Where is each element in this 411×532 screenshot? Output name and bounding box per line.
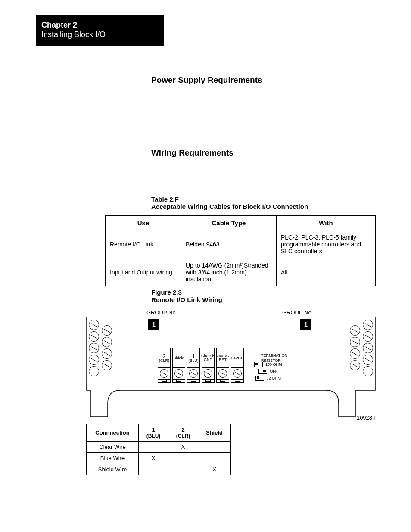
- page: Chapter 2 Installing Block I/O Power Sup…: [0, 0, 411, 532]
- cell-c1: X: [139, 453, 168, 464]
- screw-terminal-icon: [174, 369, 183, 378]
- header-2: 2: [173, 426, 193, 433]
- figure-2-3-caption-number: Figure 2.3: [151, 289, 182, 296]
- connector-2-clr: 2(CLR): [158, 348, 171, 383]
- cell-with: All: [277, 258, 376, 286]
- table-2f-caption-number: Table 2.F: [151, 196, 179, 203]
- cell-cable: Up to 14AWG (2mm²)Stranded with 3/64 inc…: [181, 258, 277, 286]
- screw-terminal-icon: [102, 348, 112, 359]
- connector-label-bottom: RET: [219, 358, 227, 362]
- terminal-hole-icon: [89, 366, 99, 376]
- terminal-block-left: [89, 320, 112, 376]
- cell-shield: [198, 442, 231, 453]
- group-label-right: GROUP No.: [282, 309, 313, 316]
- dip-switch-icon: [258, 369, 267, 374]
- group-label-left: GROUP No.: [146, 309, 177, 316]
- chapter-header: Chapter 2 Installing Block I/O: [36, 15, 164, 46]
- connector-1-blu: 1(BLU): [187, 348, 200, 383]
- connector-label-top: Shield: [173, 356, 184, 360]
- table-2f: Use Cable Type With Remote I/O Link Beld…: [105, 215, 376, 286]
- screw-terminal-icon: [102, 325, 112, 336]
- cell-c1: [139, 464, 168, 475]
- screw-terminal-icon: [89, 355, 99, 365]
- cell-label: Blue Wire: [87, 453, 139, 464]
- section-heading-power: Power Supply Requirements: [151, 75, 262, 85]
- table-2f-caption-title: Acceptable Wiring Cables for Block I/O C…: [151, 203, 308, 211]
- screw-terminal-icon: [363, 343, 373, 353]
- screw-terminal-icon: [350, 337, 360, 347]
- screw-terminal-icon: [102, 337, 112, 347]
- screw-terminal-icon: [189, 369, 198, 378]
- screw-terminal-icon: [160, 369, 168, 378]
- conn-table-header-connection: Connnection: [87, 424, 139, 442]
- group-number-right: 1: [300, 319, 311, 330]
- group-number-left: 1: [148, 319, 159, 330]
- table-row: Clear Wire X: [87, 442, 231, 453]
- cell-c1: [139, 442, 168, 453]
- connector-shield: Shield: [172, 348, 185, 383]
- cell-c2: [168, 464, 198, 475]
- screw-terminal-icon: [350, 325, 360, 336]
- screw-terminal-icon: [363, 320, 373, 330]
- cell-cable: Belden 9463: [181, 230, 277, 258]
- screw-terminal-icon: [350, 348, 360, 359]
- screw-terminal-icon: [363, 331, 373, 342]
- terminal-hole-icon: [363, 366, 373, 376]
- screw-terminal-icon: [102, 360, 112, 370]
- chapter-number: Chapter 2: [41, 21, 164, 30]
- cell-use: Input and Output wiring: [106, 258, 181, 286]
- screw-terminal-icon: [233, 369, 242, 378]
- header-blu: (BLU): [143, 433, 164, 439]
- cell-c2: [168, 453, 198, 464]
- switch-label-off: OFF: [270, 369, 277, 373]
- dip-switch-icon: [255, 376, 264, 381]
- cell-use: Remote I/O Link: [106, 230, 181, 258]
- cell-shield: [198, 453, 231, 464]
- connector-label-bottom: (CLR): [159, 359, 169, 363]
- termination-switch-stack: 150 OHM OFF 82 OHM: [254, 362, 282, 381]
- cell-label: Shield Wire: [87, 464, 139, 475]
- screw-terminal-icon: [218, 369, 227, 378]
- connector-chassis-gnd: ChassisGND: [202, 348, 215, 383]
- dip-switch-icon: [254, 362, 263, 367]
- header-clr: (CLR): [173, 433, 193, 439]
- conn-table-header-1-blu: 1 (BLU): [139, 424, 168, 442]
- table-row: Input and Output wiring Up to 14AWG (2mm…: [106, 258, 376, 286]
- termination-title1: TERMINATION: [261, 353, 287, 358]
- figure-id: 10928-I: [357, 414, 376, 421]
- screw-terminal-icon: [89, 320, 99, 330]
- figure-2-3: GROUP No. GROUP No. 1 1: [86, 307, 376, 419]
- table-2f-header-use: Use: [106, 216, 181, 230]
- cell-c2: X: [168, 442, 198, 453]
- table-row: Blue Wire X: [87, 453, 231, 464]
- terminal-block-right: [350, 320, 373, 376]
- table-2f-header-with: With: [277, 216, 376, 230]
- screw-terminal-icon: [363, 355, 373, 365]
- connector-row: 2(CLR) Shield 1(BLU) ChassisGND 24VDCRET: [158, 348, 244, 383]
- conn-table-header-shield: Shield: [198, 424, 231, 442]
- connector-label-bottom: (BLU): [188, 359, 199, 363]
- connector-label-bottom: GND: [204, 358, 212, 362]
- switch-label-82: 82 OHM: [267, 376, 281, 380]
- screw-terminal-icon: [204, 369, 212, 378]
- connector-label-top: 24VDC: [231, 356, 244, 360]
- section-heading-wiring: Wiring Requirements: [151, 148, 234, 158]
- connection-table: Connnection 1 (BLU) 2 (CLR) Shield Clear…: [86, 424, 231, 475]
- connector-24vdc: 24VDC: [231, 348, 244, 383]
- chapter-subtitle: Installing Block I/O: [41, 30, 164, 39]
- conn-table-header-2-clr: 2 (CLR): [168, 424, 198, 442]
- screw-terminal-icon: [350, 360, 360, 370]
- cell-label: Clear Wire: [87, 442, 139, 453]
- cell-shield: X: [198, 464, 231, 475]
- figure-2-3-caption-title: Remote I/O Link Wiring: [151, 296, 222, 304]
- table-row: Remote I/O Link Belden 9463 PLC-2, PLC-3…: [106, 230, 376, 258]
- screw-terminal-icon: [89, 343, 99, 353]
- table-2f-header-cable: Cable Type: [181, 216, 277, 230]
- switch-label-150: 150 OHM: [265, 362, 282, 367]
- cell-with: PLC-2, PLC-3, PLC-5 family programmable …: [277, 230, 376, 258]
- connector-24vdc-ret: 24VDCRET: [216, 348, 229, 383]
- header-1: 1: [143, 426, 164, 433]
- screw-terminal-icon: [89, 331, 99, 342]
- table-row: Shield Wire X: [87, 464, 231, 475]
